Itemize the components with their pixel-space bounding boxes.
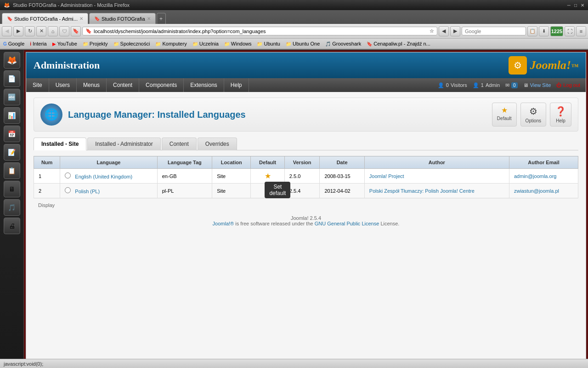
minimize-btn[interactable]: ─ [567, 3, 571, 8]
tab-installed-administrator[interactable]: Installed - Administrator [87, 138, 160, 150]
downloads-btn[interactable]: ⬇ [539, 26, 549, 36]
view-site-btn[interactable]: 🖥 View Site [523, 82, 551, 88]
tab-installed-site[interactable]: Installed - Site [34, 138, 86, 150]
bookmark-ubuntu-one[interactable]: 📁 Ubuntu One [284, 40, 321, 47]
nav-item-help[interactable]: Help [224, 78, 249, 92]
bookmark-uczelnia[interactable]: 📁 Uczelnia [191, 40, 220, 47]
row2-language-link[interactable]: Polish (PL) [75, 189, 100, 194]
titlebar-title: Studio FOTOGrafia - Administration - Moz… [13, 2, 130, 8]
admin-header: Administration ⚙ Joomla!™ [26, 52, 586, 78]
new-tab-button[interactable]: + [157, 13, 166, 24]
bookmark-ubuntu[interactable]: 📁 Ubuntu [255, 40, 281, 47]
copyright-end: License. [380, 221, 399, 226]
bookmark-interia[interactable]: i Interia [28, 40, 48, 47]
view-history-btn[interactable]: 📋 [527, 26, 537, 36]
view-site-link[interactable]: View Site [530, 82, 551, 88]
bookmark-youtube[interactable]: ▶ YouTube [51, 40, 79, 47]
stop-button[interactable]: ✕ [36, 26, 46, 36]
row1-default[interactable]: ★ [251, 169, 284, 184]
default-button[interactable]: ★ Default [492, 103, 517, 126]
address-input[interactable] [94, 29, 428, 34]
sidebar-icon-9[interactable]: 🖨 [4, 218, 20, 234]
admin-label: Admin [486, 82, 500, 88]
page-content: Administration ⚙ Joomla!™ Site Users Men… [24, 50, 588, 359]
nav-item-extensions[interactable]: Extensions [184, 78, 224, 92]
help-button[interactable]: ❓ Help [550, 103, 571, 126]
bookmark-spolecznosci[interactable]: 📁 Społeczności [112, 40, 152, 47]
nav-item-content[interactable]: Content [107, 78, 139, 92]
sidebar-icon-7[interactable]: 🖥 [4, 181, 20, 197]
reload-button[interactable]: ↻ [25, 26, 35, 36]
close-btn[interactable]: ✕ [581, 3, 584, 8]
sidebar-icon-0[interactable]: 🦊 [4, 52, 20, 69]
search-input[interactable] [465, 29, 528, 34]
sidebar-icon-6[interactable]: 📋 [4, 162, 20, 179]
col-author-email: Author Email [509, 156, 578, 169]
tab-content[interactable]: Content [162, 138, 197, 150]
tab-1-close[interactable]: ✕ [79, 16, 83, 21]
nav-item-menus[interactable]: Menus [77, 78, 107, 92]
sidebar-icon-4[interactable]: 📅 [4, 126, 20, 142]
logout-label: Log out [563, 82, 580, 88]
row1-author-email: admin@joomla.org [509, 169, 578, 184]
admin-count: 1 [481, 82, 484, 88]
sidebar-icon-1[interactable]: 📄 [4, 70, 20, 87]
prev-page-btn[interactable]: ◀ [439, 26, 449, 36]
bookmark-windows-label: Windows [231, 41, 252, 46]
bookmark-komputery[interactable]: 📁 Komputery [154, 40, 188, 47]
row1-radio[interactable] [65, 172, 71, 178]
sidebar-icon-2[interactable]: 🔤 [4, 89, 20, 105]
logout-btn[interactable]: ⏻ Log out [556, 82, 580, 88]
forward-button[interactable]: ▶ [13, 26, 23, 36]
row1-default-star[interactable]: ★ [265, 172, 271, 180]
col-location: Location [212, 156, 251, 169]
tab-2-icon: 🔖 [94, 16, 100, 21]
tab-2-close[interactable]: ✕ [147, 16, 151, 21]
tab-1[interactable]: 🔖 Studio FOTOGrafia - Admi... ✕ [2, 13, 88, 24]
tab-2[interactable]: 🔖 Studio FOTOGrafia ✕ [89, 13, 156, 24]
messages-indicator[interactable]: ✉ 0 [505, 82, 518, 88]
titlebar: 🦊 Studio FOTOGrafia - Administration - M… [0, 0, 588, 10]
set-default-tooltip: Set default [265, 182, 290, 198]
interia-icon: i [30, 41, 31, 46]
search-box[interactable]: 🔍 [462, 27, 526, 35]
row2-radio[interactable] [65, 187, 71, 193]
row1-email-link[interactable]: admin@joomla.org [514, 173, 557, 179]
options-button[interactable]: ⚙ Options [520, 103, 546, 126]
row2-email-link[interactable]: zwiastun@joomla.pl [514, 188, 559, 194]
maximize-btn[interactable]: □ [574, 3, 577, 8]
bookmark-star-icon[interactable]: ☆ [430, 28, 434, 34]
display-row: Display [34, 198, 578, 212]
addon-counter[interactable]: 1225 [550, 26, 563, 36]
nav-item-components[interactable]: Components [139, 78, 184, 92]
menu-btn[interactable]: ≡ [576, 26, 586, 36]
nav-item-users[interactable]: Users [49, 78, 77, 92]
back-button[interactable]: ◀ [2, 26, 12, 36]
sidebar-icon-3[interactable]: 📊 [4, 107, 20, 124]
home-button[interactable]: ⌂ [48, 26, 58, 36]
version-text: Joomla! 2.5.4 [37, 215, 575, 221]
sidebar-icon-5[interactable]: 📝 [4, 144, 20, 161]
bookmark-projekty[interactable]: 📁 Projekty [81, 40, 109, 47]
row2-author-link[interactable]: Polski Zespół Tłumaczy: Polish Joomla! C… [369, 188, 475, 194]
logout-icon: ⏻ [556, 82, 561, 88]
fullscreen-btn[interactable]: ⛶ [565, 26, 575, 36]
gpl-link[interactable]: GNU General Public License [315, 221, 379, 226]
joomla-link[interactable]: Joomla!® [213, 221, 234, 226]
bookmark-google[interactable]: G Google [2, 40, 26, 47]
row1-language-link[interactable]: English (United Kingdom) [75, 174, 132, 179]
row1-author-link[interactable]: Joomla! Project [369, 173, 404, 179]
sidebar-icon-8[interactable]: 🎵 [4, 199, 20, 216]
titlebar-controls[interactable]: ─ □ ✕ [567, 3, 584, 8]
copyright: Joomla!® is free software released under… [37, 221, 575, 226]
bookmark-grooveshark[interactable]: 🎵 Grooveshark [324, 40, 362, 47]
address-bar[interactable]: 🔖 ☆ [82, 27, 437, 35]
nav-item-site[interactable]: Site [26, 78, 49, 92]
row2-default[interactable]: ☆ Set default [251, 184, 284, 198]
tab-overrides[interactable]: Overrides [198, 138, 237, 150]
bookmark-cenapaliw[interactable]: 🔖 Cenapaliw.pl - Znajdź n... [365, 40, 432, 47]
bookmark-windows[interactable]: 📁 Windows [223, 40, 253, 47]
folder-spolecznosci-icon: 📁 [113, 41, 119, 46]
page-title: Language Manager: Installed Languages [68, 109, 246, 120]
next-page-btn[interactable]: ▶ [450, 26, 460, 36]
